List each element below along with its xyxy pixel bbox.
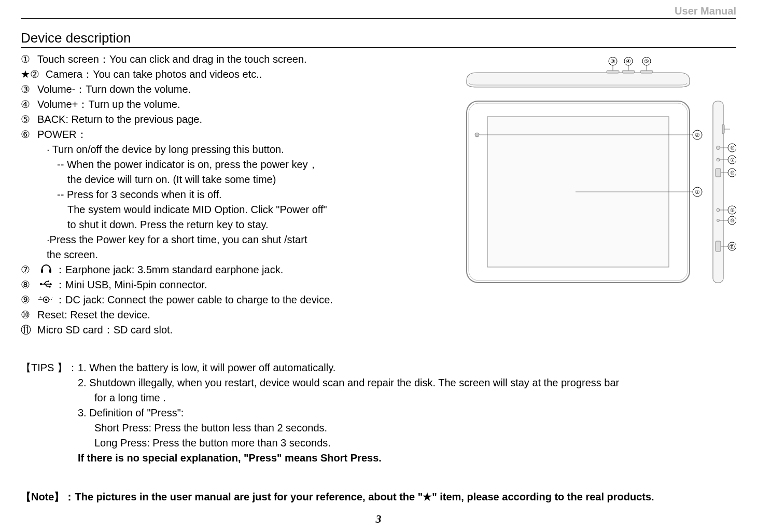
item-text: ：DC jack: Connect the power cable to cha…: [55, 292, 333, 307]
dc-jack-icon: +-: [37, 292, 55, 307]
item-11: ⑪ Micro SD card：SD card slot.: [21, 323, 384, 338]
callout-6: ⑥: [730, 145, 735, 151]
page-number: 3: [0, 512, 757, 526]
device-top-view: ③ ④ ⑤: [467, 57, 690, 87]
tip-1: 1. When the battery is low, it will powe…: [78, 360, 736, 375]
item-number: ⑤: [21, 112, 37, 127]
svg-rect-1: [49, 269, 51, 273]
callout-4: ④: [626, 58, 631, 64]
device-diagram: ③ ④ ⑤ ② ①: [446, 57, 736, 290]
item-4: ④ Volume+：Turn up the volume.: [21, 97, 384, 112]
item-9: ⑨ +- ：DC jack: Connect the power cable t…: [21, 292, 384, 307]
item-6-sub: the device will turn on. (It will take s…: [67, 172, 384, 187]
callout-10: ⑩: [730, 218, 735, 223]
item-6-sub: ·Press the Power key for a short time, y…: [47, 232, 384, 247]
description-list: ① Touch screen：You can click and drag in…: [21, 52, 384, 338]
item-6-sub: -- When the power indicator is on, press…: [57, 157, 384, 172]
item-number: ★②: [21, 67, 46, 82]
top-rule: [21, 18, 736, 19]
svg-rect-0: [41, 269, 43, 273]
tips-section: 【TIPS 】： 1. When the battery is low, it …: [21, 360, 736, 466]
headphone-icon: [37, 262, 55, 277]
item-number: ⑩: [21, 307, 37, 323]
item-10: ⑩ Reset: Reset the device.: [21, 307, 384, 323]
svg-point-9: [45, 299, 47, 301]
tip-3c: If there is no special explanation, "Pre…: [78, 451, 736, 466]
item-number: ⑥: [21, 127, 37, 142]
item-number: ⑪: [21, 323, 37, 338]
tips-label: 【TIPS 】：: [21, 360, 78, 466]
svg-point-24: [475, 133, 479, 137]
svg-rect-12: [607, 71, 619, 73]
item-number: ④: [21, 97, 37, 112]
device-front-view: ② ①: [467, 101, 702, 283]
item-number: ⑦: [21, 262, 37, 277]
device-side-view: ⑥ ⑦ ⑧ ⑨ ⑩ ⑪: [713, 101, 736, 283]
tip-3b: Long Press: Press the button more than 3…: [94, 436, 736, 451]
item-8: ⑧ ：Mini USB, Mini-5pin connector.: [21, 277, 384, 292]
item-6: ⑥ POWER：: [21, 127, 384, 142]
item-text: ：Mini USB, Mini-5pin connector.: [55, 277, 207, 292]
callout-3: ③: [610, 58, 615, 64]
item-text: Reset: Reset the device.: [37, 307, 150, 323]
item-text: ：Earphone jack: 3.5mm standard earphone …: [55, 262, 283, 277]
callout-9: ⑨: [730, 207, 735, 213]
item-3: ③ Volume-：Turn down the volume.: [21, 82, 384, 97]
svg-rect-33: [716, 169, 721, 177]
svg-rect-29: [713, 101, 723, 283]
item-text: Volume+：Turn up the volume.: [37, 97, 180, 112]
tip-3a: Short Press: Press the button less than …: [94, 421, 736, 436]
item-6-sub: to shut it down. Press the return key to…: [67, 217, 384, 232]
note-text: 【Note】：The pictures in the user manual a…: [21, 490, 736, 504]
tip-3: 3. Definition of "Press":: [78, 405, 736, 421]
item-6-sub: · Turn on/off the device by long pressin…: [47, 142, 384, 157]
callout-8: ⑧: [730, 170, 735, 176]
callout-1: ①: [695, 189, 700, 195]
svg-point-31: [717, 146, 720, 150]
svg-rect-14: [640, 71, 653, 73]
svg-point-34: [717, 208, 720, 212]
item-text: POWER：: [37, 127, 87, 142]
svg-text:-: -: [52, 296, 53, 299]
item-text: Camera：You can take photos and videos et…: [46, 67, 262, 82]
item-text: BACK: Return to the previous page.: [37, 112, 202, 127]
item-number: ⑧: [21, 277, 37, 292]
svg-text:+: +: [39, 296, 41, 299]
callout-5: ⑤: [644, 58, 649, 64]
item-5: ⑤ BACK: Return to the previous page.: [21, 112, 384, 127]
item-number: ⑨: [21, 292, 37, 307]
tip-2b: for a long time .: [94, 390, 736, 405]
item-6-sub: The system would indicate MID Option. Cl…: [67, 202, 384, 217]
tip-2: 2. Shutdown illegally, when you restart,…: [78, 375, 736, 390]
item-number: ③: [21, 82, 37, 97]
item-6-sub: the screen.: [47, 247, 384, 262]
svg-rect-4: [48, 281, 49, 282]
item-number: ①: [21, 52, 37, 67]
svg-point-32: [717, 158, 720, 161]
svg-point-2: [40, 283, 42, 285]
svg-rect-36: [716, 241, 721, 251]
item-text: Volume-：Turn down the volume.: [37, 82, 191, 97]
item-2: ★② Camera：You can take photos and videos…: [21, 67, 384, 82]
item-6-sub: -- Press for 3 seconds when it is off.: [57, 187, 384, 202]
callout-11: ⑪: [730, 244, 735, 249]
svg-rect-30: [722, 124, 724, 134]
svg-point-5: [49, 286, 51, 288]
usb-icon: [37, 277, 55, 292]
item-7: ⑦ ：Earphone jack: 3.5mm standard earphon…: [21, 262, 384, 277]
section-title: Device description: [21, 30, 736, 48]
svg-point-35: [717, 219, 720, 222]
svg-rect-13: [622, 71, 635, 73]
header-label: User Manual: [675, 5, 736, 17]
item-text: Touch screen：You can click and drag in t…: [37, 52, 307, 67]
callout-7: ⑦: [730, 157, 735, 163]
item-text: Micro SD card：SD card slot.: [37, 323, 173, 338]
item-1: ① Touch screen：You can click and drag in…: [21, 52, 384, 67]
callout-2: ②: [695, 132, 700, 138]
